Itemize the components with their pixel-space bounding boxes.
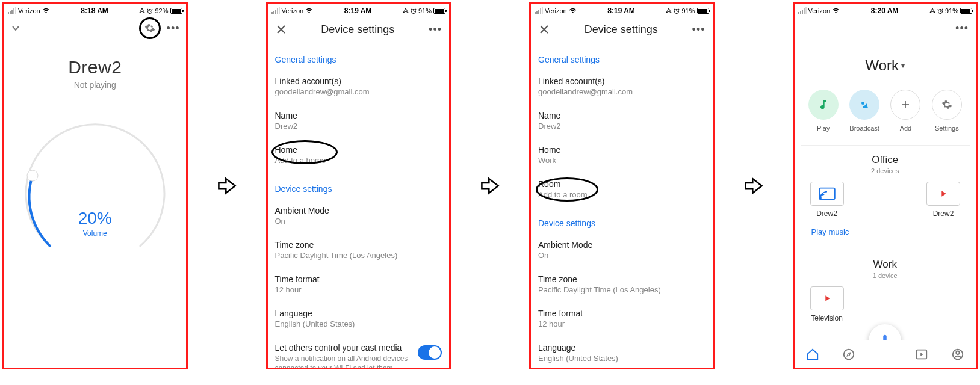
group-title: Office: [801, 154, 970, 166]
play-icon: [926, 182, 960, 206]
signal-icon: [8, 7, 16, 14]
status-bar: Verizon 8:19 AM 91%: [531, 4, 713, 16]
clock: 8:20 AM: [840, 7, 929, 15]
row-timezone[interactable]: Time zone Pacific Daylight Time (Los Ang…: [538, 267, 706, 301]
alarm-icon: [411, 8, 417, 14]
screen-home: Verizon 8:20 AM 91% ••• Work ▾ Play Broa…: [793, 2, 978, 369]
svg-point-8: [844, 349, 854, 359]
status-bar: Verizon 8:18 AM 92%: [4, 4, 186, 16]
signal-icon: [535, 7, 543, 14]
gear-icon[interactable]: [144, 23, 155, 34]
row-timeformat[interactable]: Time format 12 hour: [538, 301, 706, 336]
close-icon[interactable]: [275, 23, 287, 35]
row-ambient[interactable]: Ambient Mode On: [275, 199, 442, 233]
action-settings[interactable]: Settings: [932, 90, 962, 132]
wifi-icon: [569, 8, 577, 14]
more-icon[interactable]: •••: [429, 23, 442, 36]
alarm-icon: [937, 8, 943, 14]
svg-point-5: [861, 102, 864, 105]
bottom-nav: [795, 340, 976, 368]
row-home[interactable]: Home Work: [538, 138, 706, 172]
screen-device-control: Verizon 8:18 AM 92% ••• Drew2 Not playin…: [2, 2, 188, 369]
svg-point-1: [27, 170, 38, 181]
carrier-label: Verizon: [18, 7, 40, 14]
row-timeformat[interactable]: Time format 12 hour: [275, 267, 442, 301]
battery-pct: 91%: [418, 7, 432, 14]
action-broadcast[interactable]: Broadcast: [849, 90, 879, 132]
gear-icon: [932, 90, 962, 120]
section-device: Device settings: [275, 184, 442, 194]
status-bar: Verizon 8:20 AM 91%: [795, 4, 976, 16]
play-icon: [810, 286, 844, 310]
battery-icon: [170, 8, 182, 14]
volume-dial[interactable]: 20% Volume: [17, 114, 173, 270]
row-room[interactable]: Room Add to a room: [538, 172, 706, 206]
device-speaker[interactable]: Drew2: [926, 182, 960, 218]
arrow-icon: [217, 2, 237, 369]
close-icon[interactable]: [538, 23, 550, 35]
toggle-switch[interactable]: [418, 345, 442, 360]
more-icon[interactable]: •••: [692, 23, 706, 36]
volume-percent: 20%: [17, 209, 173, 228]
section-device: Device settings: [538, 218, 706, 228]
clock: 8:18 AM: [50, 7, 140, 15]
link-play-music[interactable]: Play music: [811, 227, 970, 236]
alarm-icon: [147, 8, 153, 14]
caret-down-icon: ▾: [901, 61, 905, 70]
chevron-down-icon[interactable]: [10, 23, 21, 34]
group-work: Work 1 device Television: [801, 250, 970, 322]
battery-pct: 91%: [681, 7, 695, 14]
section-general: General settings: [538, 55, 706, 64]
row-language[interactable]: Language English (United States): [275, 301, 442, 336]
carrier-label: Verizon: [545, 7, 567, 14]
wifi-icon: [42, 8, 50, 14]
arrow-icon: [480, 2, 500, 369]
battery-icon: [960, 8, 972, 14]
home-selector[interactable]: Work ▾: [795, 57, 976, 74]
music-note-icon: [808, 90, 839, 120]
row-cast-control[interactable]: Let others control your cast media Show …: [275, 336, 442, 368]
group-office: Office 2 devices Drew2 Drew2 Play music: [801, 145, 970, 236]
arrow-icon: [743, 2, 764, 369]
group-sub: 2 devices: [801, 167, 970, 174]
location-icon: [666, 8, 672, 14]
row-name[interactable]: Name Drew2: [538, 103, 706, 138]
volume-label: Volume: [17, 229, 173, 238]
more-icon[interactable]: •••: [955, 22, 969, 35]
nav-media[interactable]: [914, 346, 929, 362]
screen-device-settings-2: Verizon 8:19 AM 91% Device settings ••• …: [529, 2, 715, 369]
nav-account[interactable]: [950, 346, 966, 362]
playback-status: Not playing: [4, 80, 186, 90]
nav-home[interactable]: [805, 346, 820, 362]
wifi-icon: [305, 8, 313, 14]
svg-point-11: [956, 351, 960, 354]
device-television[interactable]: Television: [810, 286, 844, 322]
device-title: Drew2: [4, 57, 186, 78]
row-home[interactable]: Home Add to a home: [275, 138, 442, 172]
location-icon: [139, 8, 145, 14]
section-general: General settings: [275, 55, 442, 64]
row-linked-accounts[interactable]: Linked account(s) goodellandrew@gmail.co…: [275, 69, 442, 103]
battery-icon: [697, 8, 709, 14]
home-title: Work: [865, 57, 899, 74]
battery-pct: 91%: [945, 7, 958, 14]
wifi-icon: [832, 8, 840, 14]
row-name[interactable]: Name Drew2: [275, 103, 442, 138]
more-icon[interactable]: •••: [167, 22, 180, 35]
broadcast-icon: [849, 90, 879, 120]
action-add[interactable]: Add: [890, 90, 920, 132]
clock: 8:19 AM: [577, 7, 666, 15]
signal-icon: [271, 7, 280, 14]
row-timezone[interactable]: Time zone Pacific Daylight Time (Los Ang…: [275, 233, 442, 267]
nav-discover[interactable]: [841, 346, 857, 362]
page-title: Device settings: [287, 23, 429, 36]
device-chromecast[interactable]: Drew2: [810, 182, 844, 218]
alarm-icon: [674, 8, 680, 14]
row-ambient[interactable]: Ambient Mode On: [538, 233, 706, 267]
carrier-label: Verizon: [808, 7, 831, 14]
action-play[interactable]: Play: [808, 90, 839, 132]
clock: 8:19 AM: [313, 7, 403, 15]
row-language[interactable]: Language English (United States): [538, 336, 706, 368]
row-linked-accounts[interactable]: Linked account(s) goodellandrew@gmail.co…: [538, 69, 706, 103]
location-icon: [403, 8, 409, 14]
